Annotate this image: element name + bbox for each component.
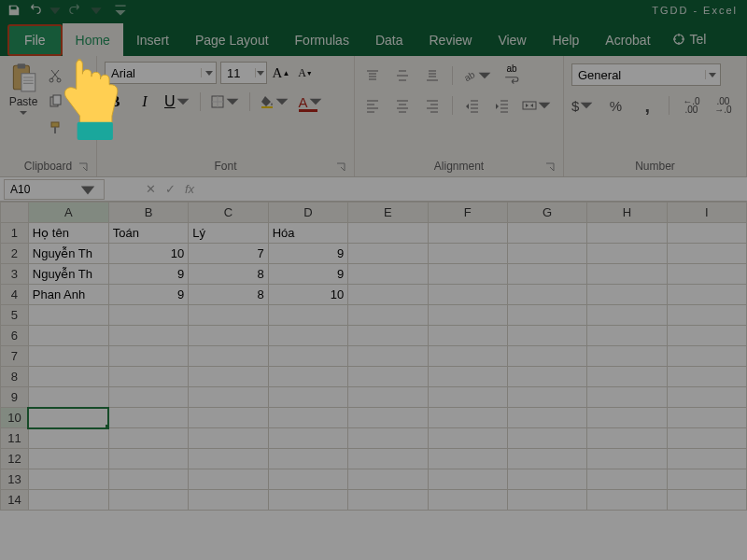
align-bottom-icon[interactable] xyxy=(422,65,443,86)
cell-A7[interactable] xyxy=(28,346,108,367)
font-size-input[interactable] xyxy=(221,66,255,80)
row-header-12[interactable]: 12 xyxy=(1,449,29,469)
grow-font-icon[interactable]: A▲ xyxy=(271,63,291,83)
tab-view[interactable]: View xyxy=(485,23,539,56)
select-all-corner[interactable] xyxy=(1,203,29,223)
cell-D13[interactable] xyxy=(268,469,348,490)
decrease-indent-icon[interactable] xyxy=(462,95,483,116)
tell-me[interactable]: Tel xyxy=(666,22,712,56)
col-header-B[interactable]: B xyxy=(108,203,189,223)
cell-A13[interactable] xyxy=(28,469,108,490)
underline-button[interactable]: U xyxy=(164,91,190,112)
cell-G4[interactable] xyxy=(507,285,586,305)
cell-I11[interactable] xyxy=(667,428,746,449)
cell-G2[interactable] xyxy=(507,244,586,264)
row-header-9[interactable]: 9 xyxy=(1,387,29,408)
cell-F3[interactable] xyxy=(428,264,507,285)
cell-A10[interactable] xyxy=(28,408,108,428)
comma-format-icon[interactable]: , xyxy=(637,95,657,116)
cell-C11[interactable] xyxy=(189,428,268,449)
format-painter-icon[interactable] xyxy=(45,118,65,138)
row-header-2[interactable]: 2 xyxy=(1,244,29,264)
chevron-down-icon[interactable] xyxy=(705,70,720,79)
cell-C10[interactable] xyxy=(189,408,268,428)
font-name-combo[interactable] xyxy=(105,62,217,84)
cell-C12[interactable] xyxy=(189,449,268,469)
col-header-E[interactable]: E xyxy=(348,203,428,223)
cell-C9[interactable] xyxy=(189,387,268,408)
paste-button[interactable]: Paste xyxy=(7,62,39,156)
cell-E4[interactable] xyxy=(348,285,428,305)
tab-review[interactable]: Review xyxy=(416,23,486,56)
cell-E6[interactable] xyxy=(348,326,428,346)
cell-E1[interactable] xyxy=(348,223,428,244)
cell-C7[interactable] xyxy=(189,346,268,367)
cell-D7[interactable] xyxy=(268,346,348,367)
cell-D6[interactable] xyxy=(268,326,348,346)
cell-G1[interactable] xyxy=(507,223,586,244)
row-header-4[interactable]: 4 xyxy=(1,285,29,305)
insert-function-icon[interactable]: fx xyxy=(185,182,194,196)
cell-B12[interactable] xyxy=(108,449,189,469)
cell-E5[interactable] xyxy=(348,305,428,326)
cell-H3[interactable] xyxy=(587,264,667,285)
cell-H12[interactable] xyxy=(587,449,667,469)
cell-D12[interactable] xyxy=(268,449,348,469)
cell-G7[interactable] xyxy=(507,346,586,367)
fill-color-icon[interactable] xyxy=(260,91,289,112)
cell-H2[interactable] xyxy=(587,244,667,264)
cell-C6[interactable] xyxy=(189,326,268,346)
cell-I1[interactable] xyxy=(667,223,746,244)
cell-H14[interactable] xyxy=(587,490,667,511)
cell-B4[interactable]: 9 xyxy=(108,285,189,305)
copy-icon[interactable] xyxy=(45,91,65,112)
save-icon[interactable] xyxy=(6,2,22,19)
cell-E12[interactable] xyxy=(348,449,428,469)
cut-icon[interactable] xyxy=(45,65,65,86)
cell-B6[interactable] xyxy=(108,326,189,346)
cell-C13[interactable] xyxy=(189,469,268,490)
merge-center-icon[interactable] xyxy=(522,95,552,116)
chevron-down-icon[interactable] xyxy=(255,68,266,77)
tab-file[interactable]: File xyxy=(7,24,63,56)
cell-E3[interactable] xyxy=(348,264,428,285)
cell-D3[interactable]: 9 xyxy=(268,264,348,285)
cell-E14[interactable] xyxy=(348,490,428,511)
redo-icon[interactable] xyxy=(67,2,84,19)
cancel-formula-icon[interactable]: ✕ xyxy=(146,182,156,196)
cell-A5[interactable] xyxy=(28,305,108,326)
cell-A2[interactable]: Nguyễn Th xyxy=(28,244,108,264)
row-header-10[interactable]: 10 xyxy=(1,408,29,428)
shrink-font-icon[interactable]: A▼ xyxy=(295,63,316,83)
cell-D9[interactable] xyxy=(268,387,348,408)
cell-B11[interactable] xyxy=(108,428,189,449)
cell-F13[interactable] xyxy=(428,469,507,490)
accounting-format-icon[interactable]: $ xyxy=(571,95,594,116)
redo-dropdown-icon[interactable] xyxy=(88,2,105,19)
cell-A9[interactable] xyxy=(28,387,108,408)
cell-I4[interactable] xyxy=(667,285,746,305)
alignment-dialog-launcher-icon[interactable] xyxy=(544,161,556,173)
cell-G14[interactable] xyxy=(507,490,586,511)
cell-A8[interactable] xyxy=(28,367,108,387)
row-header-11[interactable]: 11 xyxy=(1,428,29,449)
tab-home[interactable]: Home xyxy=(63,23,123,56)
cell-I14[interactable] xyxy=(667,490,746,511)
cell-A3[interactable]: Nguyễn Th xyxy=(28,264,108,285)
cell-B5[interactable] xyxy=(108,305,189,326)
cell-G11[interactable] xyxy=(507,428,586,449)
cell-I13[interactable] xyxy=(667,469,746,490)
tab-help[interactable]: Help xyxy=(540,23,593,56)
cell-G5[interactable] xyxy=(507,305,586,326)
row-header-1[interactable]: 1 xyxy=(1,223,29,244)
cell-B9[interactable] xyxy=(108,387,189,408)
qat-customize-icon[interactable] xyxy=(112,2,129,19)
align-right-icon[interactable] xyxy=(422,95,443,116)
border-icon[interactable] xyxy=(210,91,240,112)
percent-format-icon[interactable]: % xyxy=(605,95,626,116)
align-center-icon[interactable] xyxy=(392,95,413,116)
cell-D8[interactable] xyxy=(268,367,348,387)
wrap-text-icon[interactable]: ab xyxy=(501,65,522,86)
cell-C8[interactable] xyxy=(189,367,268,387)
cell-H10[interactable] xyxy=(587,408,667,428)
